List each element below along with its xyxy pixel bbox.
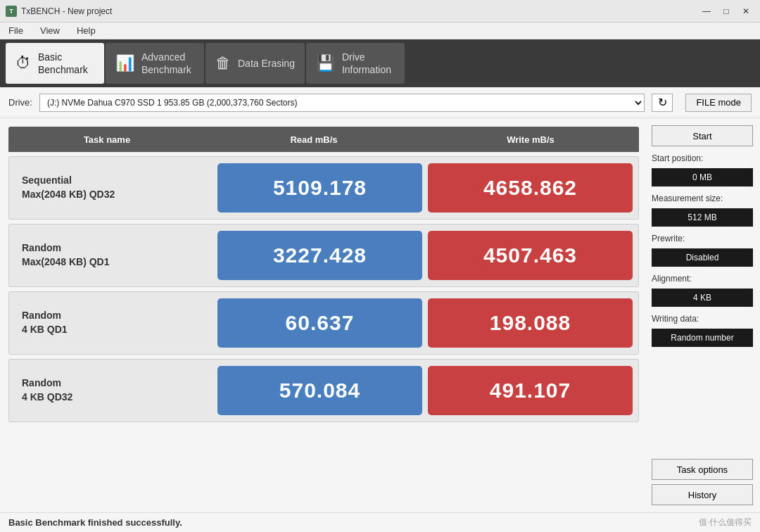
status-bar: Basic Benchmark finished successfully. 值… <box>0 512 760 532</box>
menu-file[interactable]: File <box>6 24 26 37</box>
drive-bar: Drive: (J:) NVMe Dahua C970 SSD 1 953.85… <box>0 87 760 118</box>
drive-information-icon: 💾 <box>316 54 335 72</box>
advanced-benchmark-icon: 📊 <box>115 54 134 72</box>
task-name-1: RandomMax(2048 KB) QD1 <box>15 241 212 269</box>
window-controls: — □ ✕ <box>698 4 754 18</box>
prewrite-label: Prewrite: <box>652 234 753 243</box>
basic-benchmark-icon: ⏱ <box>15 54 31 72</box>
app-icon: T <box>6 6 17 17</box>
minimize-button[interactable]: — <box>698 4 715 18</box>
tab-drive-information[interactable]: 💾 DriveInformation <box>306 43 405 84</box>
task-options-button[interactable]: Task options <box>652 459 753 480</box>
read-value-3: 570.084 <box>217 366 422 415</box>
close-button[interactable]: ✕ <box>737 4 754 18</box>
menu-help[interactable]: Help <box>74 24 99 37</box>
advanced-benchmark-label: AdvancedBenchmark <box>141 51 191 76</box>
write-value-3: 491.107 <box>428 366 633 415</box>
read-value-2: 60.637 <box>217 298 422 348</box>
table-row: SequentialMax(2048 KB) QD32 5109.178 465… <box>8 156 639 220</box>
tab-data-erasing[interactable]: 🗑 Data Erasing <box>205 43 305 84</box>
header-read: Read mB/s <box>205 134 422 145</box>
table-header: Task name Read mB/s Write mB/s <box>8 127 639 152</box>
header-task-name: Task name <box>8 134 205 145</box>
read-value-1: 3227.428 <box>217 231 422 280</box>
drive-refresh-button[interactable]: ↻ <box>652 94 673 112</box>
table-row: Random4 KB QD32 570.084 491.107 <box>8 359 639 422</box>
writing-data-value: Random number <box>652 329 753 347</box>
right-panel: Start Start position: 0 MB Measurement s… <box>647 118 760 512</box>
start-position-value: 0 MB <box>652 168 753 186</box>
prewrite-value: Disabled <box>652 248 753 267</box>
alignment-label: Alignment: <box>652 274 753 284</box>
menu-view[interactable]: View <box>37 24 63 37</box>
bottom-logo: 值·什么值得买 <box>699 517 752 528</box>
basic-benchmark-label: BasicBenchmark <box>38 51 88 76</box>
start-position-label: Start position: <box>652 153 753 163</box>
header-write: Write mB/s <box>422 134 639 145</box>
writing-data-label: Writing data: <box>652 314 753 324</box>
task-name-2: Random4 KB QD1 <box>15 309 212 336</box>
results-area: Task name Read mB/s Write mB/s Sequentia… <box>0 118 647 512</box>
table-row: RandomMax(2048 KB) QD1 3227.428 4507.463 <box>8 224 639 287</box>
menu-bar: File View Help <box>0 23 760 39</box>
data-erasing-label: Data Erasing <box>238 57 295 70</box>
measurement-size-label: Measurement size: <box>652 194 753 203</box>
task-name-0: SequentialMax(2048 KB) QD32 <box>15 174 212 201</box>
drive-label: Drive: <box>8 97 32 108</box>
table-row: Random4 KB QD1 60.637 198.088 <box>8 291 639 355</box>
tab-basic-benchmark[interactable]: ⏱ BasicBenchmark <box>6 43 104 84</box>
app-title: TxBENCH - New project <box>21 6 112 16</box>
drive-information-label: DriveInformation <box>342 51 391 76</box>
alignment-value: 4 KB <box>652 289 753 307</box>
tab-advanced-benchmark[interactable]: 📊 AdvancedBenchmark <box>106 43 204 84</box>
toolbar: ⏱ BasicBenchmark 📊 AdvancedBenchmark 🗑 D… <box>0 39 760 87</box>
start-button[interactable]: Start <box>652 125 753 146</box>
history-button[interactable]: History <box>652 484 753 505</box>
status-text: Basic Benchmark finished successfully. <box>8 517 182 528</box>
measurement-size-value: 512 MB <box>652 208 753 227</box>
title-bar-left: T TxBENCH - New project <box>6 6 112 17</box>
read-value-0: 5109.178 <box>217 163 422 213</box>
main-content: Task name Read mB/s Write mB/s Sequentia… <box>0 118 760 512</box>
write-value-1: 4507.463 <box>428 231 633 280</box>
task-name-3: Random4 KB QD32 <box>15 376 212 404</box>
title-bar: T TxBENCH - New project — □ ✕ <box>0 0 760 23</box>
data-erasing-icon: 🗑 <box>215 54 231 72</box>
maximize-button[interactable]: □ <box>718 4 735 18</box>
file-mode-button[interactable]: FILE mode <box>685 94 752 112</box>
drive-select[interactable]: (J:) NVMe Dahua C970 SSD 1 953.85 GB (2,… <box>39 94 645 112</box>
benchmark-rows: SequentialMax(2048 KB) QD32 5109.178 465… <box>8 156 639 422</box>
write-value-0: 4658.862 <box>428 163 633 213</box>
write-value-2: 198.088 <box>428 298 633 348</box>
